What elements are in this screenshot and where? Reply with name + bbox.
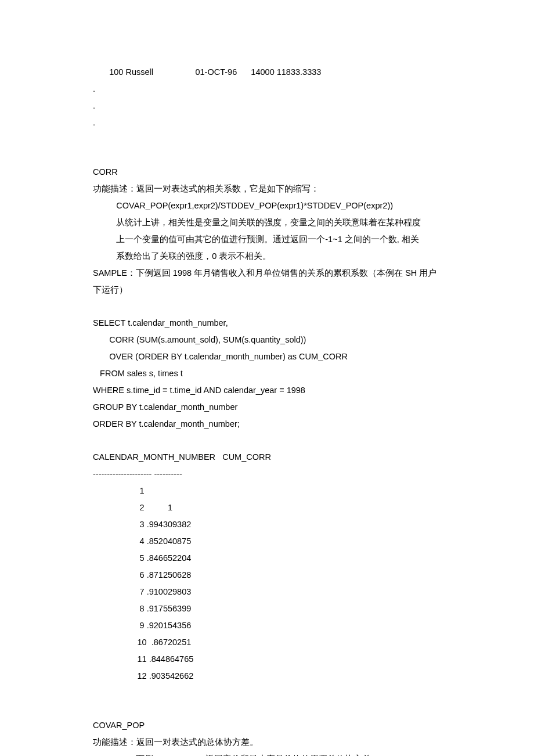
output-line: 7 .910029803 [93,584,444,600]
result-row: 100 Russell 01-OCT-96 14000 11833.3333 [93,64,444,81]
corr-note: 系数给出了关联的强度，0 表示不相关。 [93,248,444,265]
corr-formula: COVAR_POP(expr1,expr2)/STDDEV_POP(expr1)… [93,197,444,214]
sql-line: OVER (ORDER BY t.calendar_month_number) … [93,348,444,365]
corr-sample: SAMPLE：下例返回 1998 年月销售收入和月单位销售的关系的累积系数（本例… [93,265,444,298]
document-page: 100 Russell 01-OCT-96 14000 11833.3333 .… [0,0,534,756]
output-line: 12 .903542662 [93,668,444,685]
output-line: 3 .994309382 [93,516,444,533]
output-line: 10 .86720251 [93,634,444,651]
corr-desc: 功能描述：返回一对表达式的相关系数，它是如下的缩写： [93,181,444,197]
ellipsis-dot: . [93,114,444,131]
sql-line: SELECT t.calendar_month_number, [93,315,444,332]
corr-note: 从统计上讲，相关性是变量之间关联的强度，变量之间的关联意味着在某种程度 [93,214,444,231]
output-line: 9 .920154356 [93,617,444,634]
output-line: 1 [93,483,444,499]
section-covar-pop: COVAR_POP 功能描述：返回一对表达式的总体协方差。 SAMPLE：下例 … [93,717,444,756]
output-line: 4 .852040875 [93,533,444,550]
output-header: CALENDAR_MONTH_NUMBER CUM_CORR [93,449,444,466]
output-line: 6 .871250628 [93,567,444,584]
corr-title: CORR [93,164,444,181]
output-line: 8 .917556399 [93,600,444,617]
covar-sample: SAMPLE：下例 CUM_COVP 返回定价和最小产品价格的累积总体协方差 [93,751,444,756]
sql-line: CORR (SUM(s.amount_sold), SUM(s.quantity… [93,332,444,348]
sql-line: GROUP BY t.calendar_month_number [93,399,444,416]
covar-title: COVAR_POP [93,717,444,734]
corr-note: 上一个变量的值可由其它的值进行预测。通过返回一个-1~1 之间的一个数, 相关 [93,231,444,248]
sql-line: ORDER BY t.calendar_month_number; [93,416,444,433]
output-line: 5 .846652204 [93,550,444,567]
output-line: 2 1 [93,499,444,516]
covar-desc: 功能描述：返回一对表达式的总体协方差。 [93,734,444,751]
output-divider: --------------------- ---------- [93,466,444,483]
ellipsis-dot: . [93,81,444,98]
ellipsis-dot: . [93,98,444,114]
sql-line: FROM sales s, times t [93,365,444,382]
sql-line: WHERE s.time_id = t.time_id AND calendar… [93,382,444,399]
section-corr: CORR 功能描述：返回一对表达式的相关系数，它是如下的缩写： COVAR_PO… [93,164,444,685]
output-line: 11 .844864765 [93,651,444,668]
